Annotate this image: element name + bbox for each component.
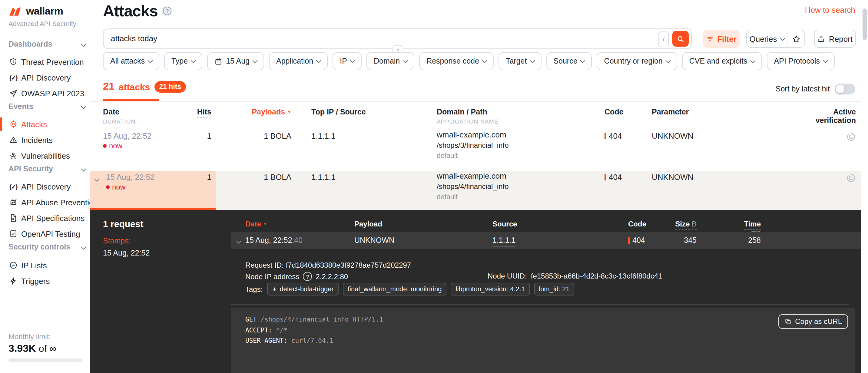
brand-name: wallarm (26, 5, 63, 18)
ip-circle-icon: IP (9, 261, 18, 270)
report-button[interactable]: Report (814, 30, 856, 48)
queries-button[interactable]: Queries (747, 30, 787, 47)
user-agent-line: USER-AGENT: curl/7.64.1 (245, 337, 334, 344)
tag-detect-bola-trigger[interactable]: detect-bola-trigger (267, 283, 339, 296)
tag-lom-id[interactable]: lom_id: 21 (534, 283, 575, 296)
code-bar-icon (604, 174, 606, 181)
how-to-search-link[interactable]: How to search (805, 5, 855, 14)
sidebar-item-ip-lists[interactable]: IP IP Lists (0, 258, 90, 272)
sidebar-item-threat-prevention[interactable]: Threat Prevention (0, 55, 90, 68)
search-bar[interactable]: attacks today / ▲▼ (103, 28, 692, 49)
chip-target[interactable]: Target (498, 52, 541, 70)
search-input[interactable]: attacks today (111, 29, 157, 49)
tag-final-wallarm-mode[interactable]: final_wallarm_mode: monitoring (343, 283, 447, 296)
favorite-queries-button[interactable] (787, 30, 804, 47)
page-help-icon[interactable]: ? (162, 6, 172, 16)
sidebar-item-api-discovery-2[interactable]: {✓} API Discovery (0, 180, 90, 193)
chip-response-code[interactable]: Response code (419, 52, 494, 70)
raw-request-block: GET /shops/4/financial_info HTTP/1.1 ACC… (231, 308, 855, 373)
chip-date[interactable]: 15 Aug (207, 52, 264, 70)
braces-check-icon: {✓} (9, 73, 18, 82)
sort-toggle[interactable] (835, 84, 855, 94)
chip-application[interactable]: Application (269, 52, 328, 70)
bug-icon (9, 151, 18, 160)
accept-header-line: ACCEPT: */* (245, 327, 287, 334)
req-col-header-code[interactable]: Code (628, 220, 646, 228)
tag-libproton-version[interactable]: libproton_version: 4.2.1 (451, 283, 530, 296)
slash-shortcut-badge: / (658, 31, 669, 47)
col-header-top-ip[interactable]: Top IP / Source (311, 108, 366, 116)
attack-parameter: UNKNOWN (652, 173, 693, 182)
node-ip-help-icon[interactable]: ? (303, 272, 312, 281)
sidebar-section-api-security[interactable]: API Security (8, 165, 85, 175)
sidebar-section-dashboards[interactable]: Dashboards (8, 40, 85, 50)
sort-label: Sort by latest hit (776, 85, 830, 93)
sidebar: wallarm Advanced API Security Dashboards… (0, 0, 90, 373)
attack-detail-panel: 1 request Stamps: 15 Aug, 22:52 Date ▼ P… (90, 210, 861, 373)
request-source-link[interactable]: 1.1.1.1 (492, 232, 516, 249)
col-subheader-duration: DURATION (103, 118, 135, 125)
document-icon (9, 214, 18, 222)
live-dot-icon (103, 144, 106, 148)
tab-divider (90, 101, 861, 102)
request-payload: UNKNOWN (354, 232, 394, 249)
attack-date: 15 Aug, 22:52 (103, 131, 152, 141)
sidebar-item-owasp-api-2023[interactable]: OWASP API 2023 (0, 87, 90, 100)
request-row[interactable]: 15 Aug, 22:52:40 UNKNOWN 1.1.1.1 404 345… (231, 232, 861, 249)
chip-api-protocols[interactable]: API Protocols (767, 52, 834, 70)
sidebar-item-openapi-testing[interactable]: OpenAPI Testing (0, 227, 90, 240)
sidebar-item-triggers[interactable]: Triggers (0, 274, 90, 288)
chip-all-attacks[interactable]: All attacks (103, 52, 159, 70)
chip-country[interactable]: Country or region (597, 52, 677, 70)
attack-parameter: UNKNOWN (652, 131, 693, 141)
main-content: Attacks? How to search attacks today / ▲… (90, 0, 861, 373)
req-col-header-size[interactable]: Size B (669, 220, 696, 228)
col-header-date[interactable]: Date (103, 108, 119, 116)
attacks-count-tab[interactable]: 21attacks 21 hits (103, 81, 186, 93)
scrollbar-thumb[interactable] (863, 8, 867, 40)
attack-code: 404 (604, 173, 622, 182)
col-header-parameter[interactable]: Parameter (652, 108, 689, 116)
request-line: GET /shops/4/financial_info HTTP/1.1 (245, 315, 383, 323)
sidebar-item-vulnerabilities[interactable]: Vulnerabilities (0, 149, 90, 162)
req-col-header-payload[interactable]: Payload (354, 220, 382, 228)
attack-row-2-selected[interactable]: 15 Aug, 22:52 now 1 1 BOLA 1.1.1.1 wmall… (90, 171, 861, 210)
col-header-code[interactable]: Code (604, 108, 624, 116)
copy-as-curl-button[interactable]: Copy as cURL (778, 314, 848, 329)
active-verification-icon[interactable] (846, 132, 856, 142)
attack-hits: 1 (163, 131, 211, 141)
chip-domain[interactable]: Domain (367, 52, 414, 70)
sidebar-item-incidents[interactable]: Incidents (0, 133, 90, 147)
col-header-payloads[interactable]: Payloads ▼ (217, 108, 291, 116)
monthly-limit-label: Monthly limit: (8, 333, 51, 341)
chip-ip[interactable]: IP (333, 52, 362, 70)
col-header-active-verification[interactable]: Active verification (813, 108, 856, 125)
chip-type[interactable]: Type (164, 52, 202, 70)
req-col-header-source[interactable]: Source (492, 220, 517, 228)
code-bar-icon (628, 237, 630, 244)
brand-logo[interactable]: wallarm (8, 5, 63, 18)
sidebar-item-api-specifications[interactable]: API Specifications (0, 211, 90, 225)
live-dot-icon (106, 185, 110, 189)
col-header-domain[interactable]: Domain / Path (437, 108, 487, 116)
search-button[interactable] (672, 31, 689, 46)
sidebar-item-attacks[interactable]: Attacks (0, 118, 90, 131)
svg-text:IP: IP (12, 264, 15, 267)
chevron-down-icon[interactable] (236, 239, 241, 244)
search-icon (677, 35, 684, 43)
chevron-down-icon[interactable] (95, 175, 99, 184)
copy-icon (784, 318, 792, 325)
calendar-icon (214, 57, 222, 65)
req-col-header-date[interactable]: Date ▼ (245, 220, 268, 228)
filter-button[interactable]: Filter (703, 30, 740, 48)
active-verification-icon[interactable] (846, 173, 856, 183)
chip-cve[interactable]: CVE and exploits (682, 52, 762, 70)
sidebar-item-api-discovery[interactable]: {✓} API Discovery (0, 71, 90, 84)
sort-row: Sort by latest hit (776, 84, 855, 94)
sidebar-item-api-abuse-prevention[interactable]: API Abuse Prevention (0, 195, 90, 209)
sidebar-section-security-controls[interactable]: Security controls (8, 243, 85, 252)
chip-source[interactable]: Source (546, 52, 592, 70)
attack-row-1[interactable]: 15 Aug, 22:52 now 1 1 BOLA 1.1.1.1 wmall… (90, 130, 861, 169)
col-header-hits[interactable]: Hits (163, 108, 211, 116)
sidebar-section-events[interactable]: Events (8, 102, 85, 112)
